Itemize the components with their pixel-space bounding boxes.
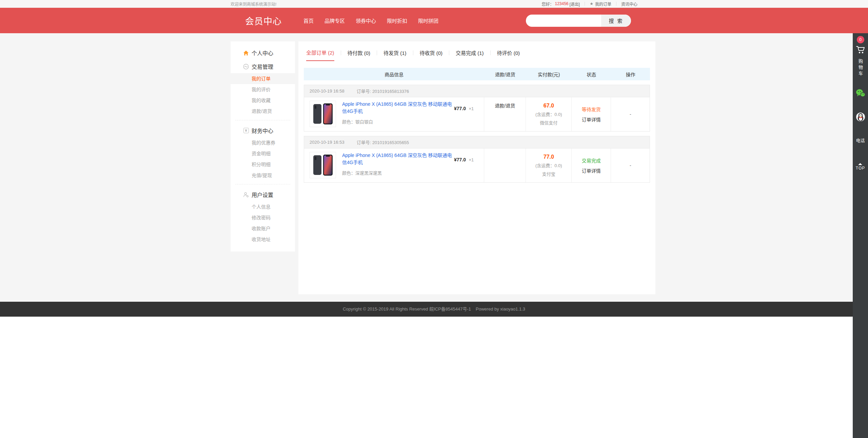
product-link[interactable]: Apple iPhone X (A1865) 64GB 深空灰色 移动联通电信4… [342,101,454,115]
sidebar-item-payment-account[interactable]: 收款账户 [231,223,295,234]
main-area: 个人中心 交易管理 我的订单 我的评价 我的收藏 退款/退货 ¥ 财务中心 我的… [0,33,868,302]
sidebar-section-finance[interactable]: ¥ 财务中心 [231,124,295,137]
refund-cell: 退款/退货 [484,97,526,131]
divider [377,51,377,55]
wechat-button[interactable] [855,88,866,100]
order-datetime: 2020-10-19 16:53 [310,140,344,145]
status-badge: 等待发货 [582,106,601,113]
phone-button[interactable]: 电话 [856,137,865,143]
orders-panel: 全部订单 (2) 待付款 (0) 待发货 (1) 待收货 (0) 交易完成 (1… [298,41,655,294]
tab-pending-review[interactable]: 待评价 (0) [497,49,520,61]
search-box: 搜 索 [526,15,631,27]
product-thumbnail[interactable] [310,101,336,127]
sidebar-item-my-reviews[interactable]: 我的评价 [231,84,295,95]
payment-method: 支付宝 [542,171,555,177]
sidebar-item-change-password[interactable]: 修改密码 [231,212,295,223]
sidebar-item-my-coupons[interactable]: 我的优惠券 [231,137,295,148]
order-row: 2020-10-19 16:53 订单号: 201019165305655 [304,136,650,183]
cart-label[interactable]: 购物车 [857,59,864,77]
product-color: 颜色：银白银白 [342,118,454,125]
floating-toolbar: 0 购物车 [853,33,868,438]
nav-coupon-center[interactable]: 领券中心 [356,17,376,24]
refund-cell [484,148,526,182]
cart-count-badge: 0 [857,36,864,43]
operations-cell: - [611,148,650,182]
sidebar-item-personal-info[interactable]: 个人信息 [231,201,295,212]
order-datetime: 2020-10-19 16:58 [310,88,344,94]
divider [235,120,290,120]
copyright-text: Copyright © 2015-2019 All Rights Reserve… [343,306,471,312]
sidebar-item-fund-details[interactable]: 资金明细 [231,148,295,159]
tab-pending-shipment[interactable]: 待发货 (1) [383,49,407,61]
qq-icon [855,117,866,123]
product-color: 颜色：深邃黑深邃黑 [342,170,454,176]
trade-icon [243,64,249,69]
product-cell: Apple iPhone X (A1865) 64GB 深空灰色 移动联通电信4… [304,97,484,131]
main-nav: 首页 品牌专区 领券中心 限时折扣 限时拼团 [303,17,449,24]
refund-link[interactable]: 退款/退货 [495,102,515,109]
finance-icon: ¥ [243,128,249,134]
price-qty: ¥77.0 ×1 [454,101,484,112]
paid-amount: 77.0 [544,154,554,160]
sidebar-item-points-details[interactable]: 积分明细 [231,159,295,170]
divider [341,51,341,55]
member-sidebar: 个人中心 交易管理 我的订单 我的评价 我的收藏 退款/退货 ¥ 财务中心 我的… [231,41,295,252]
order-number: 订单号: 201019165305655 [357,139,409,145]
tab-pending-payment[interactable]: 待付款 (0) [348,49,371,61]
nav-brand-zone[interactable]: 品牌专区 [324,17,345,24]
sidebar-section-user-settings[interactable]: 用户设置 [231,188,295,201]
product-link[interactable]: Apple iPhone X (A1865) 64GB 深空灰色 移动联通电信4… [342,152,454,166]
order-header: 2020-10-19 16:53 订单号: 201019165305655 [304,136,650,148]
back-to-top-button[interactable]: TOP [856,163,865,171]
home-icon [243,50,249,56]
welcome-text: 欢迎来到商城系统演示站! [231,1,276,7]
divider [490,51,491,55]
sidebar-item-personal-center[interactable]: 个人中心 [231,46,295,60]
tab-completed[interactable]: 交易完成 (1) [456,49,484,61]
order-header: 2020-10-19 16:58 订单号: 201019165813376 [304,85,650,97]
sidebar-section-trade[interactable]: 交易管理 [231,60,295,73]
sidebar-item-recharge-withdraw[interactable]: 充值/提现 [231,170,295,181]
quantity: ×1 [469,106,474,111]
order-detail-link[interactable]: 订单详情 [582,116,601,123]
star-icon: ★ [590,1,593,6]
powered-by-text: Powered by xiaoyao1.1.3 [476,306,525,312]
divider [413,51,413,55]
product-info: Apple iPhone X (A1865) 64GB 深空灰色 移动联通电信4… [342,152,454,176]
greeting-text: 您好： [541,1,554,7]
product-thumbnail[interactable] [310,152,336,178]
wechat-icon [855,94,866,99]
status-badge: 交易完成 [582,157,601,164]
search-input[interactable] [526,15,601,27]
sidebar-item-refund-return[interactable]: 退款/退货 [231,106,295,117]
status-cell: 等待发货 订单详情 [571,97,611,131]
order-tabs: 全部订单 (2) 待付款 (0) 待发货 (1) 待收货 (0) 交易完成 (1… [304,41,650,61]
quantity: ×1 [469,157,474,162]
order-detail-link[interactable]: 订单详情 [582,167,601,174]
page-title: 会员中心 [245,14,282,27]
cart-button[interactable] [856,45,865,56]
sidebar-item-shipping-address[interactable]: 收货地址 [231,234,295,245]
sidebar-item-my-orders[interactable]: 我的订单 [231,73,295,84]
column-product-info: 商品信息 [304,71,484,78]
shipping-fee: (含运费：0.0) [535,111,562,117]
sidebar-item-my-favorites[interactable]: 我的收藏 [231,95,295,106]
nav-group-buy[interactable]: 限时拼团 [418,17,438,24]
divider [449,51,449,55]
logout-link[interactable]: [退出] [570,1,580,7]
tab-pending-receipt[interactable]: 待收货 (0) [420,49,443,61]
paid-cell: 67.0 (含运费：0.0) 微信支付 [526,97,571,131]
product-info: Apple iPhone X (A1865) 64GB 深空灰色 移动联通电信4… [342,101,454,125]
tab-all-orders[interactable]: 全部订单 (2) [306,49,334,61]
column-status: 状态 [572,71,611,78]
cart-icon [856,49,865,55]
nav-home[interactable]: 首页 [303,17,314,24]
news-center-link[interactable]: 资讯中心 [621,1,637,7]
search-button[interactable]: 搜 索 [601,15,631,27]
nav-flash-discount[interactable]: 限时折扣 [387,17,407,24]
unit-price: ¥77.0 [454,106,466,111]
my-orders-link[interactable]: 我的订单 [595,1,611,7]
column-operations: 操作 [611,71,650,78]
qq-button[interactable] [855,112,866,123]
page-footer: Copyright © 2015-2019 All Rights Reserve… [0,302,868,317]
